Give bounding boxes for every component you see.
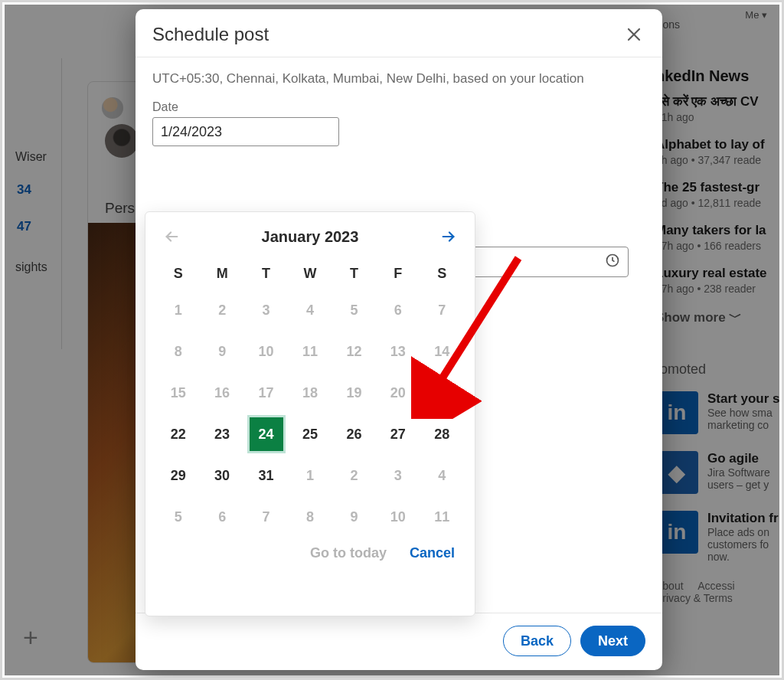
schedule-post-modal: Schedule post UTC+05:30, Chennai, Kolkat… bbox=[136, 9, 662, 670]
calendar-day: 9 bbox=[332, 499, 376, 535]
calendar-dow: T bbox=[244, 261, 288, 286]
calendar-day: 6 bbox=[200, 499, 243, 535]
calendar-day: 19 bbox=[332, 375, 376, 410]
next-month-icon[interactable] bbox=[438, 226, 459, 247]
calendar-day: 13 bbox=[376, 334, 420, 369]
clock-icon bbox=[605, 253, 620, 271]
time-input[interactable] bbox=[462, 247, 629, 277]
calendar-day: 4 bbox=[420, 458, 464, 493]
date-picker: January 2023 SMTWTFS12345678910111213141… bbox=[145, 211, 475, 616]
calendar-day: 1 bbox=[288, 458, 332, 493]
calendar-day: 14 bbox=[420, 334, 464, 369]
calendar-day: 4 bbox=[288, 293, 332, 328]
calendar-day: 17 bbox=[244, 375, 288, 410]
calendar-day: 11 bbox=[288, 334, 332, 369]
calendar-day: 8 bbox=[156, 334, 200, 369]
calendar-day[interactable]: 25 bbox=[288, 417, 332, 452]
modal-body: UTC+05:30, Chennai, Kolkata, Mumbai, New… bbox=[136, 57, 662, 613]
date-input[interactable]: 1/24/2023 bbox=[152, 117, 339, 146]
go-to-today: Go to today bbox=[310, 545, 387, 561]
calendar-day: 12 bbox=[332, 334, 376, 369]
calendar-dow: S bbox=[156, 261, 200, 286]
month-label: January 2023 bbox=[262, 228, 359, 246]
calendar-day: 16 bbox=[200, 375, 243, 410]
modal-header: Schedule post bbox=[136, 9, 662, 57]
calendar-day: 10 bbox=[244, 334, 288, 369]
calendar-day: 7 bbox=[420, 293, 464, 328]
calendar-day: 2 bbox=[200, 293, 243, 328]
calendar-day[interactable]: 22 bbox=[156, 417, 200, 452]
calendar-day: 15 bbox=[156, 375, 200, 410]
calendar-day[interactable]: 21 bbox=[420, 375, 464, 410]
time-row bbox=[462, 247, 629, 277]
calendar-day: 10 bbox=[376, 499, 420, 535]
calendar-day: 20 bbox=[376, 375, 420, 410]
calendar-day[interactable]: 31 bbox=[244, 458, 288, 493]
calendar-day: 3 bbox=[244, 293, 288, 328]
calendar-day: 7 bbox=[244, 499, 288, 535]
calendar-day[interactable]: 28 bbox=[420, 417, 464, 452]
calendar-day: 18 bbox=[288, 375, 332, 410]
calendar-day: 11 bbox=[420, 499, 464, 535]
calendar-day: 9 bbox=[200, 334, 243, 369]
timezone-line: UTC+05:30, Chennai, Kolkata, Mumbai, New… bbox=[152, 71, 645, 87]
date-label: Date bbox=[152, 100, 645, 114]
calendar-day[interactable]: 23 bbox=[200, 417, 243, 452]
calendar-day: 8 bbox=[288, 499, 332, 535]
next-button[interactable]: Next bbox=[580, 626, 645, 656]
calendar-day: 5 bbox=[156, 499, 200, 535]
calendar-dow: M bbox=[200, 261, 243, 286]
calendar-day: 1 bbox=[156, 293, 200, 328]
calendar-grid: SMTWTFS123456789101112131415161718192021… bbox=[156, 261, 464, 535]
calendar-day: 3 bbox=[376, 458, 420, 493]
close-icon[interactable] bbox=[622, 23, 645, 46]
calendar-day[interactable]: 26 bbox=[332, 417, 376, 452]
calendar-cancel[interactable]: Cancel bbox=[410, 545, 455, 561]
calendar-dow: F bbox=[376, 261, 420, 286]
calendar-day[interactable]: 27 bbox=[376, 417, 420, 452]
calendar-dow: W bbox=[288, 261, 332, 286]
modal-footer: Back Next bbox=[136, 613, 662, 670]
calendar-day-selected[interactable]: 24 bbox=[250, 417, 283, 451]
back-button[interactable]: Back bbox=[503, 626, 571, 656]
calendar-header: January 2023 bbox=[156, 226, 464, 247]
date-input-value: 1/24/2023 bbox=[161, 124, 222, 140]
calendar-dow: T bbox=[332, 261, 376, 286]
calendar-day: 6 bbox=[376, 293, 420, 328]
calendar-dow: S bbox=[420, 261, 464, 286]
modal-title: Schedule post bbox=[152, 24, 269, 45]
calendar-day[interactable]: 30 bbox=[200, 458, 243, 493]
calendar-day: 2 bbox=[332, 458, 376, 493]
calendar-day[interactable]: 29 bbox=[156, 458, 200, 493]
calendar-day: 5 bbox=[332, 293, 376, 328]
calendar-footer: Go to today Cancel bbox=[156, 535, 464, 566]
prev-month-icon bbox=[161, 226, 182, 247]
